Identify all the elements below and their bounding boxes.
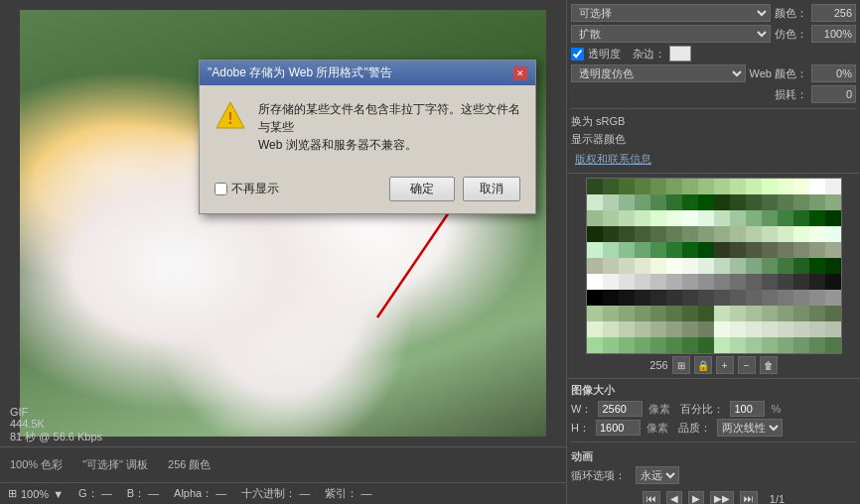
color-cell[interactable]	[746, 274, 762, 290]
zoom-value[interactable]: 100%	[21, 488, 49, 500]
color-cell[interactable]	[778, 274, 793, 290]
color-cell[interactable]	[730, 179, 746, 194]
color-cell[interactable]	[730, 242, 746, 258]
color-cell[interactable]	[698, 274, 714, 290]
color-cell[interactable]	[587, 321, 603, 337]
color-cell[interactable]	[650, 337, 666, 353]
color-cell[interactable]	[730, 210, 746, 226]
color-cell[interactable]	[730, 306, 746, 321]
color-cell[interactable]	[762, 306, 778, 321]
color-cell[interactable]	[650, 242, 666, 258]
color-cell[interactable]	[809, 306, 825, 321]
color-cell[interactable]	[619, 321, 635, 337]
color-cell[interactable]	[650, 274, 666, 290]
color-cell[interactable]	[603, 242, 619, 258]
color-cell[interactable]	[825, 306, 841, 321]
color-cell[interactable]	[698, 194, 714, 210]
color-cell[interactable]	[619, 179, 635, 194]
color-cell[interactable]	[793, 321, 809, 337]
color-cell[interactable]	[778, 226, 793, 242]
color-cell[interactable]	[778, 290, 793, 306]
color-cell[interactable]	[746, 210, 762, 226]
color-cell[interactable]	[793, 258, 809, 274]
color-cell[interactable]	[746, 179, 762, 194]
cancel-button[interactable]: 取消	[463, 177, 520, 201]
color-cell[interactable]	[650, 194, 666, 210]
color-cell[interactable]	[619, 290, 635, 306]
color-cell[interactable]	[746, 226, 762, 242]
color-cell[interactable]	[635, 179, 650, 194]
color-cell[interactable]	[619, 242, 635, 258]
color-cell[interactable]	[730, 194, 746, 210]
color-cell[interactable]	[682, 242, 698, 258]
color-cell[interactable]	[714, 337, 730, 353]
color-cell[interactable]	[587, 179, 603, 194]
color-cell[interactable]	[746, 337, 762, 353]
color-cell[interactable]	[825, 242, 841, 258]
color-cell[interactable]	[603, 226, 619, 242]
color-cell[interactable]	[603, 258, 619, 274]
color-cell[interactable]	[762, 274, 778, 290]
color-cell[interactable]	[714, 274, 730, 290]
color-cell[interactable]	[714, 210, 730, 226]
color-cell[interactable]	[619, 274, 635, 290]
color-cell[interactable]	[793, 337, 809, 353]
color-cell[interactable]	[809, 258, 825, 274]
color-cell[interactable]	[778, 242, 793, 258]
color-cell[interactable]	[809, 321, 825, 337]
color-cell[interactable]	[698, 226, 714, 242]
color-cell[interactable]	[650, 226, 666, 242]
color-cell[interactable]	[778, 337, 793, 353]
color-cell[interactable]	[762, 226, 778, 242]
color-cell[interactable]	[778, 306, 793, 321]
grid-lock-btn[interactable]: 🔒	[694, 356, 712, 374]
dialog-close-button[interactable]: ✕	[513, 66, 527, 80]
color-cell[interactable]	[682, 210, 698, 226]
loop-select[interactable]: 永远	[636, 466, 679, 484]
color-cell[interactable]	[746, 290, 762, 306]
color-cell[interactable]	[730, 321, 746, 337]
color-cell[interactable]	[762, 242, 778, 258]
color-cell[interactable]	[778, 258, 793, 274]
color-cell[interactable]	[825, 290, 841, 306]
color-cell[interactable]	[619, 194, 635, 210]
color-cell[interactable]	[603, 210, 619, 226]
color-cell[interactable]	[746, 306, 762, 321]
color-cell[interactable]	[650, 290, 666, 306]
color-cell[interactable]	[698, 321, 714, 337]
color-cell[interactable]	[778, 210, 793, 226]
color-cell[interactable]	[746, 242, 762, 258]
color-cell[interactable]	[666, 194, 682, 210]
color-cell[interactable]	[682, 226, 698, 242]
confirm-button[interactable]: 确定	[389, 177, 455, 201]
color-cell[interactable]	[666, 306, 682, 321]
color-cell[interactable]	[666, 321, 682, 337]
color-cell[interactable]	[682, 258, 698, 274]
color-cell[interactable]	[603, 337, 619, 353]
color-cell[interactable]	[666, 179, 682, 194]
color-cell[interactable]	[698, 306, 714, 321]
color-cell[interactable]	[825, 337, 841, 353]
color-cell[interactable]	[730, 226, 746, 242]
color-cell[interactable]	[714, 242, 730, 258]
height-input[interactable]	[596, 420, 641, 436]
grid-expand-btn[interactable]: ⊞	[672, 356, 690, 374]
color-cell[interactable]	[762, 337, 778, 353]
color-cell[interactable]	[825, 194, 841, 210]
color-cell[interactable]	[809, 274, 825, 290]
color-cell[interactable]	[762, 290, 778, 306]
first-frame-btn[interactable]: ⏮	[643, 491, 660, 504]
no-show-checkbox[interactable]	[215, 183, 227, 195]
dither-input[interactable]	[811, 25, 856, 43]
no-show-checkbox-label[interactable]: 不再显示	[215, 181, 279, 197]
color-cell[interactable]	[587, 258, 603, 274]
color-cell[interactable]	[714, 226, 730, 242]
color-cell[interactable]	[730, 337, 746, 353]
color-cell[interactable]	[714, 306, 730, 321]
color-cell[interactable]	[603, 179, 619, 194]
color-cell[interactable]	[809, 179, 825, 194]
color-cell[interactable]	[666, 274, 682, 290]
play-btn[interactable]: ▶	[688, 491, 704, 504]
color-cell[interactable]	[762, 258, 778, 274]
color-cell[interactable]	[714, 179, 730, 194]
